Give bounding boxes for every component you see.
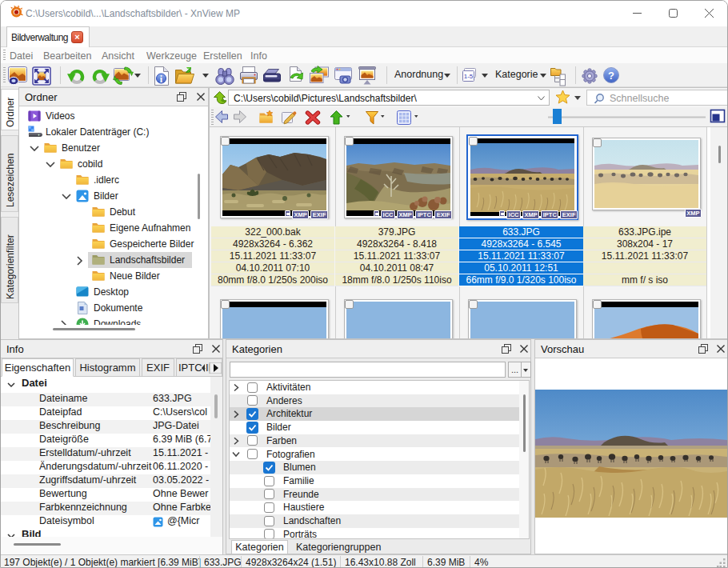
svg-text:?: ? (608, 70, 614, 82)
svg-text:1-5: 1-5 (464, 73, 474, 80)
